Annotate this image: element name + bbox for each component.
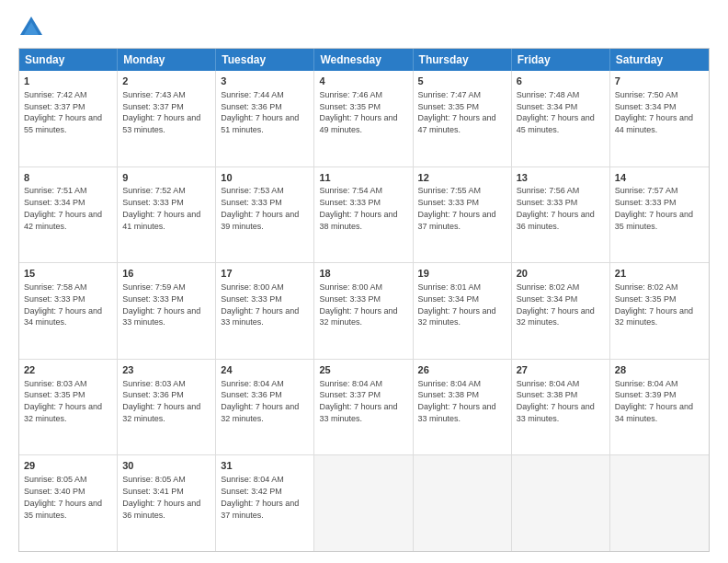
cell-info: Sunrise: 7:55 AMSunset: 3:33 PMDaylight:… xyxy=(418,186,496,230)
weekday-header: Monday xyxy=(118,49,216,71)
calendar-cell xyxy=(314,455,413,551)
calendar-cell: 20Sunrise: 8:02 AMSunset: 3:34 PMDayligh… xyxy=(512,263,610,359)
calendar-cell: 29Sunrise: 8:05 AMSunset: 3:40 PMDayligh… xyxy=(19,455,118,551)
cell-info: Sunrise: 8:02 AMSunset: 3:34 PMDaylight:… xyxy=(517,282,595,327)
day-number: 19 xyxy=(418,267,506,281)
day-number: 22 xyxy=(24,363,112,377)
day-number: 11 xyxy=(319,171,407,185)
calendar-cell: 23Sunrise: 8:03 AMSunset: 3:36 PMDayligh… xyxy=(118,360,216,455)
calendar-body: 1Sunrise: 7:42 AMSunset: 3:37 PMDaylight… xyxy=(19,71,709,551)
calendar-cell: 24Sunrise: 8:04 AMSunset: 3:36 PMDayligh… xyxy=(216,360,314,455)
calendar: SundayMondayTuesdayWednesdayThursdayFrid… xyxy=(18,48,710,552)
day-number: 27 xyxy=(517,363,605,377)
cell-info: Sunrise: 8:00 AMSunset: 3:33 PMDaylight:… xyxy=(221,282,299,327)
day-number: 21 xyxy=(615,267,704,281)
cell-info: Sunrise: 7:50 AMSunset: 3:34 PMDaylight:… xyxy=(615,90,693,134)
day-number: 26 xyxy=(418,363,506,377)
day-number: 30 xyxy=(122,459,210,473)
calendar-cell xyxy=(414,455,512,551)
cell-info: Sunrise: 7:43 AMSunset: 3:37 PMDaylight:… xyxy=(122,90,200,134)
weekday-header: Tuesday xyxy=(216,49,314,71)
weekday-header: Saturday xyxy=(610,49,709,71)
day-number: 25 xyxy=(319,363,407,377)
calendar-cell: 25Sunrise: 8:04 AMSunset: 3:37 PMDayligh… xyxy=(314,360,413,455)
cell-info: Sunrise: 7:51 AMSunset: 3:34 PMDaylight:… xyxy=(24,186,102,230)
weekday-header: Sunday xyxy=(19,49,118,71)
calendar-row: 8Sunrise: 7:51 AMSunset: 3:34 PMDaylight… xyxy=(19,167,709,263)
calendar-header: SundayMondayTuesdayWednesdayThursdayFrid… xyxy=(19,49,709,71)
day-number: 9 xyxy=(122,171,210,185)
day-number: 4 xyxy=(319,75,407,88)
day-number: 20 xyxy=(517,267,605,281)
day-number: 12 xyxy=(418,171,506,185)
calendar-cell: 12Sunrise: 7:55 AMSunset: 3:33 PMDayligh… xyxy=(414,167,512,263)
calendar-cell: 27Sunrise: 8:04 AMSunset: 3:38 PMDayligh… xyxy=(512,360,610,455)
day-number: 28 xyxy=(615,363,704,377)
cell-info: Sunrise: 7:52 AMSunset: 3:33 PMDaylight:… xyxy=(122,186,200,230)
day-number: 24 xyxy=(221,363,309,377)
calendar-cell xyxy=(610,455,709,551)
cell-info: Sunrise: 8:04 AMSunset: 3:36 PMDaylight:… xyxy=(221,379,299,423)
calendar-cell: 31Sunrise: 8:04 AMSunset: 3:42 PMDayligh… xyxy=(216,455,314,551)
cell-info: Sunrise: 8:03 AMSunset: 3:36 PMDaylight:… xyxy=(122,379,200,423)
cell-info: Sunrise: 7:47 AMSunset: 3:35 PMDaylight:… xyxy=(418,90,496,134)
weekday-header: Wednesday xyxy=(314,49,413,71)
calendar-row: 29Sunrise: 8:05 AMSunset: 3:40 PMDayligh… xyxy=(19,454,709,551)
day-number: 10 xyxy=(221,171,309,185)
cell-info: Sunrise: 7:42 AMSunset: 3:37 PMDaylight:… xyxy=(24,90,102,134)
logo xyxy=(18,15,48,40)
calendar-cell: 4Sunrise: 7:46 AMSunset: 3:35 PMDaylight… xyxy=(314,71,413,167)
calendar-cell: 2Sunrise: 7:43 AMSunset: 3:37 PMDaylight… xyxy=(118,71,216,167)
calendar-cell: 30Sunrise: 8:05 AMSunset: 3:41 PMDayligh… xyxy=(118,455,216,551)
calendar-cell: 3Sunrise: 7:44 AMSunset: 3:36 PMDaylight… xyxy=(216,71,314,167)
day-number: 14 xyxy=(615,171,704,185)
calendar-cell: 26Sunrise: 8:04 AMSunset: 3:38 PMDayligh… xyxy=(414,360,512,455)
day-number: 31 xyxy=(221,459,309,473)
weekday-header: Thursday xyxy=(414,49,512,71)
day-number: 16 xyxy=(122,267,210,281)
calendar-cell: 18Sunrise: 8:00 AMSunset: 3:33 PMDayligh… xyxy=(314,263,413,359)
cell-info: Sunrise: 8:03 AMSunset: 3:35 PMDaylight:… xyxy=(24,379,102,423)
calendar-cell: 28Sunrise: 8:04 AMSunset: 3:39 PMDayligh… xyxy=(610,360,709,455)
calendar-cell: 16Sunrise: 7:59 AMSunset: 3:33 PMDayligh… xyxy=(118,263,216,359)
day-number: 15 xyxy=(24,267,112,281)
calendar-cell: 11Sunrise: 7:54 AMSunset: 3:33 PMDayligh… xyxy=(314,167,413,263)
calendar-cell: 14Sunrise: 7:57 AMSunset: 3:33 PMDayligh… xyxy=(610,167,709,263)
day-number: 18 xyxy=(319,267,407,281)
calendar-cell: 7Sunrise: 7:50 AMSunset: 3:34 PMDaylight… xyxy=(610,71,709,167)
cell-info: Sunrise: 8:05 AMSunset: 3:41 PMDaylight:… xyxy=(122,475,200,519)
cell-info: Sunrise: 7:54 AMSunset: 3:33 PMDaylight:… xyxy=(319,186,397,230)
cell-info: Sunrise: 8:04 AMSunset: 3:37 PMDaylight:… xyxy=(319,379,397,423)
day-number: 2 xyxy=(122,75,210,88)
calendar-cell: 17Sunrise: 8:00 AMSunset: 3:33 PMDayligh… xyxy=(216,263,314,359)
calendar-cell: 15Sunrise: 7:58 AMSunset: 3:33 PMDayligh… xyxy=(19,263,118,359)
calendar-row: 1Sunrise: 7:42 AMSunset: 3:37 PMDaylight… xyxy=(19,71,709,167)
cell-info: Sunrise: 8:02 AMSunset: 3:35 PMDaylight:… xyxy=(615,282,693,327)
cell-info: Sunrise: 8:05 AMSunset: 3:40 PMDaylight:… xyxy=(24,475,102,519)
calendar-cell: 10Sunrise: 7:53 AMSunset: 3:33 PMDayligh… xyxy=(216,167,314,263)
calendar-cell: 1Sunrise: 7:42 AMSunset: 3:37 PMDaylight… xyxy=(19,71,118,167)
calendar-cell: 13Sunrise: 7:56 AMSunset: 3:33 PMDayligh… xyxy=(512,167,610,263)
calendar-cell: 19Sunrise: 8:01 AMSunset: 3:34 PMDayligh… xyxy=(414,263,512,359)
cell-info: Sunrise: 7:57 AMSunset: 3:33 PMDaylight:… xyxy=(615,186,693,230)
day-number: 23 xyxy=(122,363,210,377)
cell-info: Sunrise: 7:48 AMSunset: 3:34 PMDaylight:… xyxy=(517,90,595,134)
cell-info: Sunrise: 8:04 AMSunset: 3:38 PMDaylight:… xyxy=(418,379,496,423)
calendar-cell: 5Sunrise: 7:47 AMSunset: 3:35 PMDaylight… xyxy=(414,71,512,167)
logo-icon xyxy=(18,15,44,40)
calendar-cell: 8Sunrise: 7:51 AMSunset: 3:34 PMDaylight… xyxy=(19,167,118,263)
cell-info: Sunrise: 7:56 AMSunset: 3:33 PMDaylight:… xyxy=(517,186,595,230)
cell-info: Sunrise: 8:04 AMSunset: 3:38 PMDaylight:… xyxy=(517,379,595,423)
calendar-cell: 22Sunrise: 8:03 AMSunset: 3:35 PMDayligh… xyxy=(19,360,118,455)
calendar-cell: 6Sunrise: 7:48 AMSunset: 3:34 PMDaylight… xyxy=(512,71,610,167)
calendar-row: 22Sunrise: 8:03 AMSunset: 3:35 PMDayligh… xyxy=(19,359,709,455)
day-number: 7 xyxy=(615,75,704,88)
weekday-header: Friday xyxy=(512,49,610,71)
cell-info: Sunrise: 7:58 AMSunset: 3:33 PMDaylight:… xyxy=(24,282,102,327)
cell-info: Sunrise: 7:44 AMSunset: 3:36 PMDaylight:… xyxy=(221,90,299,134)
calendar-cell: 21Sunrise: 8:02 AMSunset: 3:35 PMDayligh… xyxy=(610,263,709,359)
cell-info: Sunrise: 8:01 AMSunset: 3:34 PMDaylight:… xyxy=(418,282,496,327)
cell-info: Sunrise: 8:00 AMSunset: 3:33 PMDaylight:… xyxy=(319,282,397,327)
day-number: 29 xyxy=(24,459,112,473)
day-number: 1 xyxy=(24,75,112,88)
